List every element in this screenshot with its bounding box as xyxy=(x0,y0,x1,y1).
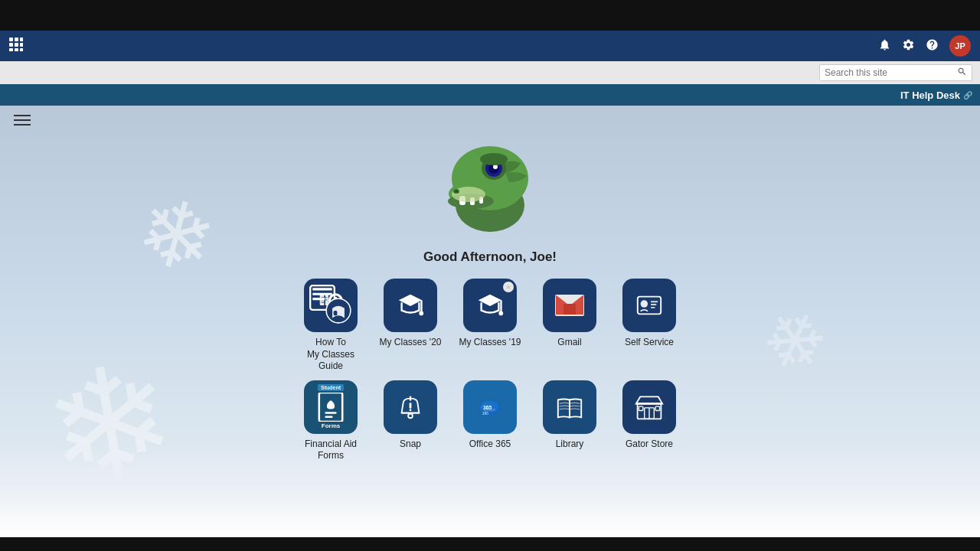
app-gator-store[interactable]: Gator Store xyxy=(615,380,684,462)
svg-text:365: 365 xyxy=(482,412,488,416)
svg-rect-42 xyxy=(651,304,657,305)
app-gmail[interactable]: Gmail xyxy=(535,279,604,373)
snowflake-decoration-3: ❄ xyxy=(746,288,843,396)
content-area: ❄ ❄ ❄ xyxy=(0,106,980,537)
settings-icon[interactable] xyxy=(902,38,915,54)
svg-point-22 xyxy=(452,187,485,202)
my-classes-20-label: My Classes '20 xyxy=(380,337,442,349)
svg-rect-41 xyxy=(651,301,658,302)
site-bar: IT Help Desk 🔗 xyxy=(0,84,980,106)
svg-text:365: 365 xyxy=(483,405,492,410)
svg-point-50 xyxy=(410,409,412,411)
hamburger-menu[interactable] xyxy=(14,115,31,126)
user-avatar[interactable]: JP xyxy=(949,35,971,57)
svg-rect-5 xyxy=(20,43,23,47)
grid-icon[interactable] xyxy=(9,37,23,54)
app-library[interactable]: Library xyxy=(535,380,604,462)
library-label: Library xyxy=(556,439,584,451)
app-office365[interactable]: Office 365 365 Office 365 xyxy=(456,380,524,462)
help-icon[interactable] xyxy=(926,38,939,54)
notification-icon[interactable] xyxy=(878,38,891,54)
svg-rect-49 xyxy=(410,403,412,409)
top-nav: JP xyxy=(0,31,980,61)
search-bar xyxy=(0,61,980,84)
svg-rect-1 xyxy=(15,37,18,41)
app-financial-aid[interactable]: Student Forms Financial AidForms xyxy=(296,380,365,462)
app-row-2: Student Forms Financial AidForms xyxy=(296,380,684,462)
svg-rect-6 xyxy=(9,48,13,51)
svg-point-24 xyxy=(455,191,458,193)
app-self-service[interactable]: Self Service xyxy=(615,279,684,373)
mascot-image xyxy=(421,121,559,246)
svg-rect-0 xyxy=(9,37,13,41)
svg-point-34 xyxy=(419,311,423,316)
app-icons-grid: How ToMy Classes Guide My Classes '20 xyxy=(296,279,684,462)
svg-rect-61 xyxy=(639,406,642,410)
svg-rect-62 xyxy=(655,406,659,410)
svg-rect-3 xyxy=(9,43,13,47)
gmail-label: Gmail xyxy=(557,337,581,349)
snap-label: Snap xyxy=(400,439,421,451)
app-my-classes-19[interactable]: My Classes '19 xyxy=(456,279,524,373)
app-my-classes-20[interactable]: My Classes '20 xyxy=(376,279,445,373)
black-bar-bottom xyxy=(0,537,980,551)
svg-rect-33 xyxy=(420,300,422,311)
app-row-1: How ToMy Classes Guide My Classes '20 xyxy=(296,279,684,373)
how-to-label: How ToMy Classes Guide xyxy=(296,337,365,373)
svg-rect-32 xyxy=(334,311,338,315)
svg-rect-35 xyxy=(500,300,501,311)
svg-rect-7 xyxy=(15,48,18,51)
search-button[interactable] xyxy=(957,67,967,79)
svg-rect-43 xyxy=(651,307,655,308)
svg-rect-8 xyxy=(20,48,23,51)
svg-point-36 xyxy=(498,311,503,316)
snowflake-decoration-2: ❄ xyxy=(31,325,189,523)
financial-aid-label: Financial AidForms xyxy=(305,439,357,462)
svg-rect-2 xyxy=(20,37,23,41)
svg-rect-46 xyxy=(325,416,332,419)
search-input[interactable] xyxy=(825,67,957,78)
site-title-link[interactable]: IT Help Desk 🔗 xyxy=(900,90,972,101)
gator-store-label: Gator Store xyxy=(626,439,673,451)
my-classes-19-label: My Classes '19 xyxy=(459,337,521,349)
self-service-label: Self Service xyxy=(625,337,674,349)
office365-label: Office 365 xyxy=(469,439,511,451)
svg-rect-40 xyxy=(641,300,648,308)
app-snap[interactable]: Snap xyxy=(376,380,445,462)
snowflake-decoration-1: ❄ xyxy=(126,174,228,296)
external-link-icon: 🔗 xyxy=(963,91,972,99)
svg-rect-45 xyxy=(325,412,336,415)
greeting-text: Good Afternoon, Joe! xyxy=(423,249,557,265)
app-how-to-classes-guide[interactable]: How ToMy Classes Guide xyxy=(296,279,365,373)
svg-rect-4 xyxy=(15,43,18,47)
svg-rect-38 xyxy=(564,304,576,315)
